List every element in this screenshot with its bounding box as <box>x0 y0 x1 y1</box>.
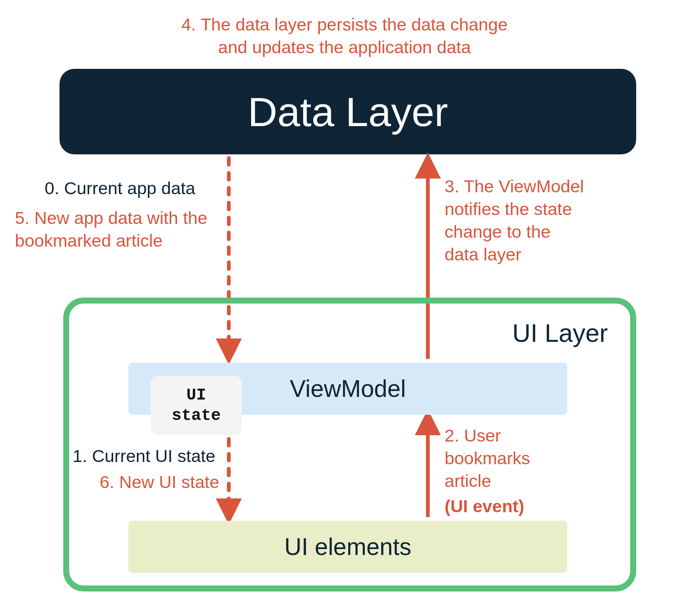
ui-elements-label: UI elements <box>284 533 411 561</box>
label-step-2b: (UI event) <box>445 495 524 517</box>
ui-state-label: UIstate <box>172 385 221 426</box>
data-layer-label: Data Layer <box>248 88 448 135</box>
ui-state-box: UIstate <box>151 376 242 435</box>
label-step-0: 0. Current app data <box>45 177 195 199</box>
label-step-2a: 2. Userbookmarksarticle <box>445 424 530 492</box>
label-step-1: 1. Current UI state <box>73 445 215 467</box>
label-step-6: 6. New UI state <box>100 471 219 493</box>
label-step-5: 5. New app data with thebookmarked artic… <box>15 206 207 252</box>
label-step-3: 3. The ViewModelnotifies the statechange… <box>445 175 584 266</box>
ui-elements-box: UI elements <box>128 521 567 573</box>
caption-top: 4. The data layer persists the data chan… <box>0 13 689 58</box>
data-layer-box: Data Layer <box>60 69 636 154</box>
viewmodel-label: ViewModel <box>290 375 406 402</box>
ui-layer-title: UI Layer <box>512 318 608 347</box>
